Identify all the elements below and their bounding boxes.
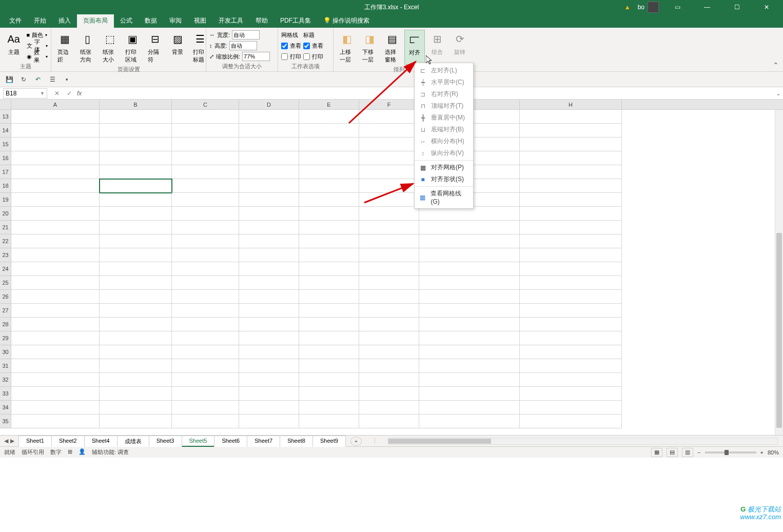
cell-G24[interactable] xyxy=(419,262,520,276)
row-header-31[interactable]: 31 xyxy=(0,359,11,373)
cell-A31[interactable] xyxy=(11,359,100,373)
cell-A13[interactable] xyxy=(11,110,100,124)
cell-H21[interactable] xyxy=(520,221,622,234)
bring-forward-button[interactable]: ◧上移一层 xyxy=(337,30,357,65)
cell-G25[interactable] xyxy=(419,276,520,290)
cell-H35[interactable] xyxy=(520,415,622,428)
cell-B28[interactable] xyxy=(100,318,172,331)
zoom-knob[interactable] xyxy=(725,450,729,455)
cell-F19[interactable] xyxy=(359,193,419,207)
cell-B30[interactable] xyxy=(100,345,172,359)
cell-E30[interactable] xyxy=(299,345,359,359)
cell-B13[interactable] xyxy=(100,110,172,124)
ribbon-tab-开发工具[interactable]: 开发工具 xyxy=(212,14,249,28)
cell-H17[interactable] xyxy=(520,165,622,179)
enter-icon[interactable]: ✓ xyxy=(65,90,74,97)
vertical-scrollbar[interactable] xyxy=(775,110,783,435)
cell-H25[interactable] xyxy=(520,276,622,290)
select-all-corner[interactable] xyxy=(0,100,11,109)
cell-D35[interactable] xyxy=(239,415,299,428)
height-input[interactable] xyxy=(229,41,257,50)
cell-C24[interactable] xyxy=(172,262,239,276)
width-input[interactable] xyxy=(232,30,260,40)
cell-A21[interactable] xyxy=(11,221,100,234)
cell-A17[interactable] xyxy=(11,165,100,179)
cell-E35[interactable] xyxy=(299,415,359,428)
cell-A33[interactable] xyxy=(11,387,100,401)
cell-A28[interactable] xyxy=(11,318,100,331)
cell-B16[interactable] xyxy=(100,151,172,165)
align-button[interactable]: ⫍对齐 xyxy=(404,30,425,65)
sheet-tab-Sheet1[interactable]: Sheet1 xyxy=(18,436,52,447)
page-break-view-button[interactable]: ▥ xyxy=(682,448,693,457)
ribbon-tab-页面布局[interactable]: 页面布局 xyxy=(77,14,114,28)
cell-B33[interactable] xyxy=(100,387,172,401)
cell-C33[interactable] xyxy=(172,387,239,401)
row-header-28[interactable]: 28 xyxy=(0,318,11,331)
gridlines-print-checkbox[interactable] xyxy=(281,53,288,60)
zoom-level[interactable]: 80% xyxy=(768,449,779,456)
ribbon-display-button[interactable]: ▭ xyxy=(666,0,689,14)
cell-C30[interactable] xyxy=(172,345,239,359)
orientation-button[interactable]: ▯纸张方向 xyxy=(77,30,97,65)
cell-A16[interactable] xyxy=(11,151,100,165)
cell-D14[interactable] xyxy=(239,124,299,137)
cell-C14[interactable] xyxy=(172,124,239,137)
scale-input[interactable] xyxy=(242,52,270,61)
cell-E33[interactable] xyxy=(299,387,359,401)
cell-A19[interactable] xyxy=(11,193,100,207)
cell-B23[interactable] xyxy=(100,248,172,262)
cell-E29[interactable] xyxy=(299,331,359,345)
row-header-32[interactable]: 32 xyxy=(0,373,11,387)
cell-E13[interactable] xyxy=(299,110,359,124)
cell-A24[interactable] xyxy=(11,262,100,276)
horizontal-scrollbar[interactable] xyxy=(388,438,778,445)
ribbon-tab-开始[interactable]: 开始 xyxy=(28,14,52,28)
cell-C26[interactable] xyxy=(172,290,239,304)
ribbon-tab-文件[interactable]: 文件 xyxy=(3,14,28,28)
cell-D22[interactable] xyxy=(239,234,299,248)
cell-A27[interactable] xyxy=(11,304,100,318)
theme-effects-button[interactable]: ◉效果▾ xyxy=(27,51,48,62)
cell-H16[interactable] xyxy=(520,151,622,165)
ribbon-tab-帮助[interactable]: 帮助 xyxy=(249,14,274,28)
cell-D32[interactable] xyxy=(239,373,299,387)
cell-D34[interactable] xyxy=(239,401,299,415)
cell-F16[interactable] xyxy=(359,151,419,165)
cell-C16[interactable] xyxy=(172,151,239,165)
cell-F23[interactable] xyxy=(359,248,419,262)
column-header-F[interactable]: F xyxy=(359,100,419,109)
cell-H27[interactable] xyxy=(520,304,622,318)
row-header-25[interactable]: 25 xyxy=(0,276,11,290)
cell-B21[interactable] xyxy=(100,221,172,234)
row-header-27[interactable]: 27 xyxy=(0,304,11,318)
cell-C15[interactable] xyxy=(172,137,239,151)
cell-C22[interactable] xyxy=(172,234,239,248)
scrollbar-thumb[interactable] xyxy=(776,233,782,428)
cell-E32[interactable] xyxy=(299,373,359,387)
dist-v-item[interactable]: ↕纵向分布(V) xyxy=(415,147,473,159)
cell-D26[interactable] xyxy=(239,290,299,304)
cell-F14[interactable] xyxy=(359,124,419,137)
column-header-H[interactable]: H xyxy=(520,100,622,109)
cell-E27[interactable] xyxy=(299,304,359,318)
cell-F22[interactable] xyxy=(359,234,419,248)
cell-D21[interactable] xyxy=(239,221,299,234)
cell-E20[interactable] xyxy=(299,207,359,221)
cell-G29[interactable] xyxy=(419,331,520,345)
cell-G22[interactable] xyxy=(419,234,520,248)
cell-F34[interactable] xyxy=(359,401,419,415)
add-sheet-button[interactable]: + xyxy=(350,437,362,446)
cell-B17[interactable] xyxy=(100,165,172,179)
cell-F18[interactable] xyxy=(359,179,419,193)
cell-G27[interactable] xyxy=(419,304,520,318)
cell-F27[interactable] xyxy=(359,304,419,318)
cell-F30[interactable] xyxy=(359,345,419,359)
cell-G30[interactable] xyxy=(419,345,520,359)
row-header-22[interactable]: 22 xyxy=(0,234,11,248)
row-header-19[interactable]: 19 xyxy=(0,193,11,207)
cell-F21[interactable] xyxy=(359,221,419,234)
dist-h-item[interactable]: ↔横向分布(H) xyxy=(415,135,473,147)
cell-E25[interactable] xyxy=(299,276,359,290)
cell-D20[interactable] xyxy=(239,207,299,221)
